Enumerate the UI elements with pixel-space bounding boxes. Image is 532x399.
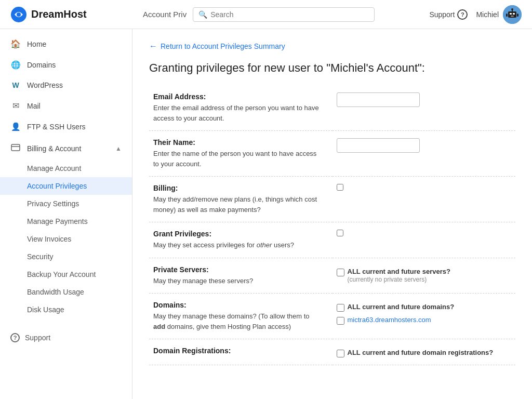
email-label: Email Address: [153, 92, 322, 101]
sidebar-subitem-account-privileges[interactable]: Account Privileges [0, 177, 132, 195]
back-link-text: Return to Account Privileges Summary [161, 42, 285, 50]
avatar-robot-icon [503, 5, 522, 24]
back-arrow-icon: ← [149, 42, 157, 51]
svg-rect-3 [508, 11, 516, 18]
svg-rect-10 [517, 14, 518, 17]
domains-options: ALL current and future domains? mictra63… [337, 302, 512, 325]
private-servers-all-label: ALL current and future servers? (current… [348, 268, 450, 283]
grant-privileges-checkbox[interactable] [337, 230, 343, 236]
header-center: Account Priv 🔍 [143, 7, 429, 22]
form-label-cell-grant: Grant Privileges: May they set access pr… [149, 222, 332, 258]
home-icon: 🏠 [10, 39, 21, 49]
sidebar-bottom: ? Support [0, 323, 132, 353]
billing-field-label: Billing: [153, 184, 322, 192]
registrations-all-checkbox[interactable] [337, 350, 344, 357]
svg-point-8 [511, 8, 513, 10]
sidebar-support-label: Support [25, 334, 50, 342]
domains-desc: May they manage these domains? (To allow… [153, 311, 322, 331]
sidebar-subitem-backup-account[interactable]: Backup Your Account [0, 265, 132, 283]
svg-rect-6 [511, 16, 514, 17]
form-label-cell-name: Their Name: Enter the name of the person… [149, 131, 332, 177]
domains-all-checkbox[interactable] [337, 304, 344, 312]
sidebar-subitem-view-invoices[interactable]: View Invoices [0, 230, 132, 248]
sidebar-item-support[interactable]: ? Support [10, 329, 122, 347]
domain-specific-wrap: mictra63.dreamhosters.com [337, 316, 512, 325]
user-info[interactable]: Michiel [476, 5, 522, 24]
svg-rect-11 [11, 144, 20, 151]
sidebar-item-ftp-ssh[interactable]: 👤 FTP & SSH Users [0, 116, 132, 137]
svg-rect-5 [513, 13, 515, 15]
sidebar-wordpress-label: WordPress [27, 81, 63, 89]
private-servers-all-checkbox[interactable] [337, 269, 344, 276]
sidebar-group-billing: Billing & Account ▲ Manage Account Accou… [0, 137, 132, 318]
sidebar-subitem-bandwidth-usage[interactable]: Bandwidth Usage [0, 283, 132, 301]
form-input-cell-registrations: ALL current and future domain registrati… [332, 339, 516, 365]
grant-desc: May they set access privileges for other… [153, 240, 322, 250]
registrations-options: ALL current and future domain registrati… [337, 348, 512, 357]
mail-icon: ✉ [10, 101, 21, 111]
form-row-name: Their Name: Enter the name of the person… [149, 131, 515, 177]
form-label-cell-domains: Domains: May they manage these domains? … [149, 294, 332, 339]
globe-icon: 🌐 [10, 60, 21, 70]
sidebar-item-home[interactable]: 🏠 Home [0, 33, 132, 55]
registrations-all-wrap: ALL current and future domain registrati… [337, 349, 512, 357]
sidebar-nav: 🏠 Home 🌐 Domains W WordPress ✉ Mail 👤 FT… [0, 29, 132, 323]
private-servers-all-wrap: ALL current and future servers? (current… [337, 268, 512, 283]
search-icon: 🔍 [198, 10, 207, 19]
search-input[interactable] [210, 10, 369, 19]
wordpress-icon: W [10, 81, 21, 89]
name-desc: Enter the name of the person you want to… [153, 149, 322, 169]
sidebar-item-mail[interactable]: ✉ Mail [0, 95, 132, 116]
billing-icon [10, 143, 21, 154]
avatar [503, 5, 522, 24]
form-label-cell-billing: Billing: May they add/remove new plans (… [149, 177, 332, 222]
email-input[interactable] [337, 92, 420, 107]
support-button[interactable]: Support ? [429, 9, 468, 20]
sidebar-subitem-manage-account[interactable]: Manage Account [0, 159, 132, 177]
name-label: Their Name: [153, 138, 322, 147]
billing-checkbox[interactable] [337, 184, 343, 191]
privileges-form: Email Address: Enter the email address o… [149, 85, 515, 365]
private-servers-desc: May they manage these servers? [153, 276, 322, 286]
layout: 🏠 Home 🌐 Domains W WordPress ✉ Mail 👤 FT… [0, 29, 532, 399]
form-row-grant-privileges: Grant Privileges: May they set access pr… [149, 222, 515, 258]
domain-specific-checkbox[interactable] [337, 317, 344, 325]
billing-group-label: Billing & Account [27, 144, 81, 153]
email-desc: Enter the email address of the person yo… [153, 103, 322, 123]
name-input[interactable] [337, 138, 420, 153]
private-servers-label: Private Servers: [153, 265, 322, 274]
logo-text: DreamHost [31, 8, 87, 20]
user-name: Michiel [476, 10, 499, 19]
domains-all-wrap: ALL current and future domains? [337, 303, 512, 312]
sidebar: 🏠 Home 🌐 Domains W WordPress ✉ Mail 👤 FT… [0, 29, 132, 399]
sidebar-item-wordpress[interactable]: W WordPress [0, 75, 132, 95]
chevron-up-icon: ▲ [115, 145, 122, 152]
form-label-cell-email: Email Address: Enter the email address o… [149, 85, 332, 131]
sidebar-item-domains[interactable]: 🌐 Domains [0, 55, 132, 75]
registrations-all-label: ALL current and future domain registrati… [348, 349, 494, 356]
sidebar-mail-label: Mail [27, 102, 41, 110]
main-content: ← Return to Account Privileges Summary G… [132, 29, 532, 399]
sidebar-home-label: Home [27, 40, 46, 48]
logo: DreamHost [10, 6, 143, 23]
sidebar-domains-label: Domains [27, 61, 56, 69]
sidebar-subitem-manage-payments[interactable]: Manage Payments [0, 212, 132, 230]
support-help-icon: ? [457, 9, 468, 20]
form-input-cell-billing [332, 177, 516, 222]
form-label-cell-registrations: Domain Registrations: [149, 339, 332, 365]
dreamhost-logo-icon [10, 6, 27, 23]
svg-rect-9 [506, 14, 508, 17]
sidebar-subitem-privacy-settings[interactable]: Privacy Settings [0, 195, 132, 212]
form-input-cell-grant [332, 222, 516, 258]
sidebar-subitem-security[interactable]: Security [0, 248, 132, 265]
sidebar-subitem-disk-usage[interactable]: Disk Usage [0, 301, 132, 318]
search-bar: 🔍 [193, 7, 375, 22]
header-right: Support ? Michiel [429, 5, 522, 24]
domains-label: Domains: [153, 301, 322, 309]
sidebar-group-billing-header[interactable]: Billing & Account ▲ [0, 137, 132, 159]
registrations-label: Domain Registrations: [153, 347, 322, 355]
sidebar-subnav-billing: Manage Account Account Privileges Privac… [0, 159, 132, 318]
svg-rect-4 [510, 13, 512, 15]
billing-desc: May they add/remove new plans (i.e, thin… [153, 194, 322, 215]
back-link[interactable]: ← Return to Account Privileges Summary [149, 42, 515, 51]
